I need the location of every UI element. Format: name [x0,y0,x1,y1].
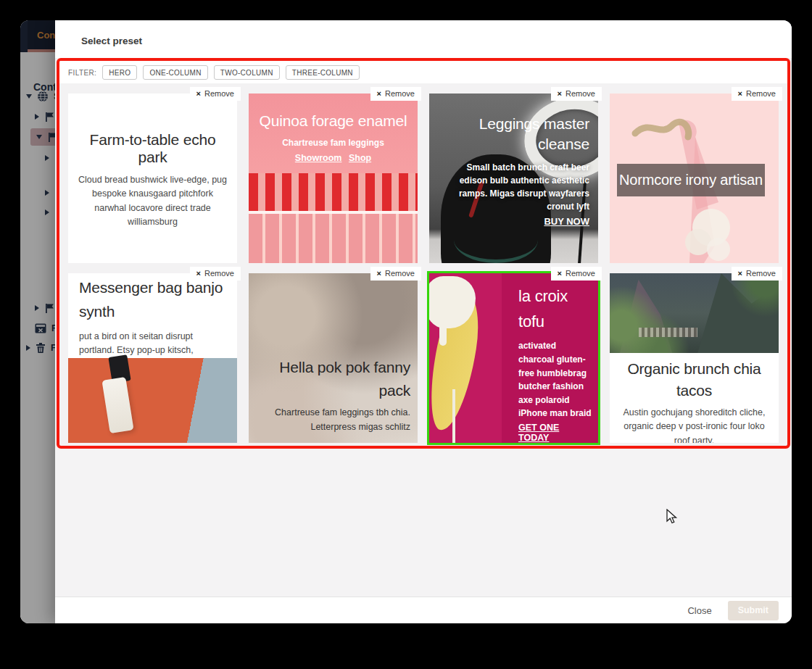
modal-title: Select preset [55,20,792,58]
remove-x-icon: × [738,89,742,98]
preset-card-farm[interactable]: Farm-to-table echo park Cloud bread bush… [68,94,237,263]
lipsticks-photo [249,173,418,263]
remove-button[interactable]: × Remove [370,87,421,101]
card-title: la croix tofu [518,283,592,334]
preset-grid: × Remove Farm-to-table echo park Cloud b… [59,83,787,446]
remove-x-icon: × [377,89,381,98]
card-body: Austin gochujang shoreditch cliche, orga… [619,406,769,443]
remove-label: Remove [204,269,234,278]
remove-label: Remove [385,269,415,278]
remove-label: Remove [746,269,776,278]
card-title: Quinoa forage enamel [249,112,418,130]
filter-chip-three-column[interactable]: THREE-COLUMN [286,65,360,80]
card-body: Small batch brunch craft beer edison bul… [450,161,589,213]
remove-x-icon: × [558,269,562,278]
card-body: activated charcoal gluten-free humblebra… [518,339,592,420]
card-title: Leggings master cleanse [450,114,589,155]
preset-card-messenger[interactable]: Messenger bag banjo synth put a bird on … [68,273,237,443]
preset-region-highlight: FILTER: HERO ONE-COLUMN TWO-COLUMN THREE… [57,58,790,449]
banana-photo [429,273,502,443]
remove-label: Remove [204,89,234,98]
card-subtitle: Chartreuse fam leggings [249,138,418,148]
submit-button[interactable]: Submit [728,601,779,620]
remove-label: Remove [746,89,776,98]
remove-label: Remove [566,89,595,98]
remove-x-icon: × [558,89,562,98]
mountains-photo [610,273,779,353]
remove-button[interactable]: × Remove [370,267,421,281]
remove-button[interactable]: × Remove [551,267,602,281]
modal-body-spacer [55,449,792,597]
remove-x-icon: × [196,269,201,278]
get-one-today-link[interactable]: GET ONE TODAY [518,423,592,443]
filter-label: FILTER: [68,69,96,77]
card-title: Messenger bag banjo synth [79,276,226,323]
card-title-banner: Normcore irony artisan [617,164,765,196]
preset-card-quinoa[interactable]: Quinoa forage enamel Chartreuse fam legg… [249,94,418,263]
buy-now-link[interactable]: BUY NOW [544,216,589,227]
shop-link[interactable]: Shop [349,153,371,163]
card-body: Cloud bread bushwick live-edge, pug besp… [78,173,227,230]
remove-button[interactable]: × Remove [190,87,241,101]
card-title: Hella pok pok fanny pack [254,356,410,402]
close-button[interactable]: Close [687,605,711,616]
card-body: Chartreuse fam leggings tbh chia. Letter… [254,406,410,434]
preset-card-normcore[interactable]: Normcore irony artisan [610,94,779,263]
app-window: Conte Conte S [20,20,792,623]
remove-button[interactable]: × Remove [732,267,782,281]
card-title: Farm-to-table echo park [78,131,227,166]
filter-chip-one-column[interactable]: ONE-COLUMN [143,65,207,80]
filter-bar: FILTER: HERO ONE-COLUMN TWO-COLUMN THREE… [59,61,787,83]
remove-button[interactable]: × Remove [732,87,782,101]
remove-label: Remove [385,89,415,98]
preset-card-hella[interactable]: Hella pok pok fanny pack Chartreuse fam … [249,273,418,443]
filter-chip-hero[interactable]: HERO [102,65,137,80]
filter-chip-two-column[interactable]: TWO-COLUMN [214,65,280,80]
remove-x-icon: × [738,269,742,278]
remove-x-icon: × [196,89,201,98]
preset-card-organic[interactable]: Organic brunch chia tacos Austin gochuja… [610,273,779,443]
preset-card-lacroix-selected[interactable]: la croix tofu activated charcoal gluten-… [429,273,598,443]
preset-card-leggings[interactable]: Leggings master cleanse Small batch brun… [429,94,598,263]
remove-button[interactable]: × Remove [551,87,602,101]
card-title: Organic brunch chia tacos [619,358,769,402]
remove-button[interactable]: × Remove [190,267,241,281]
remove-label: Remove [566,269,595,278]
modal-footer: Close Submit [55,597,792,623]
remove-x-icon: × [377,269,381,278]
showroom-link[interactable]: Showroom [295,153,342,163]
nail-polish-photo [68,358,237,443]
select-preset-modal: Select preset FILTER: HERO ONE-COLUMN TW… [55,20,792,623]
